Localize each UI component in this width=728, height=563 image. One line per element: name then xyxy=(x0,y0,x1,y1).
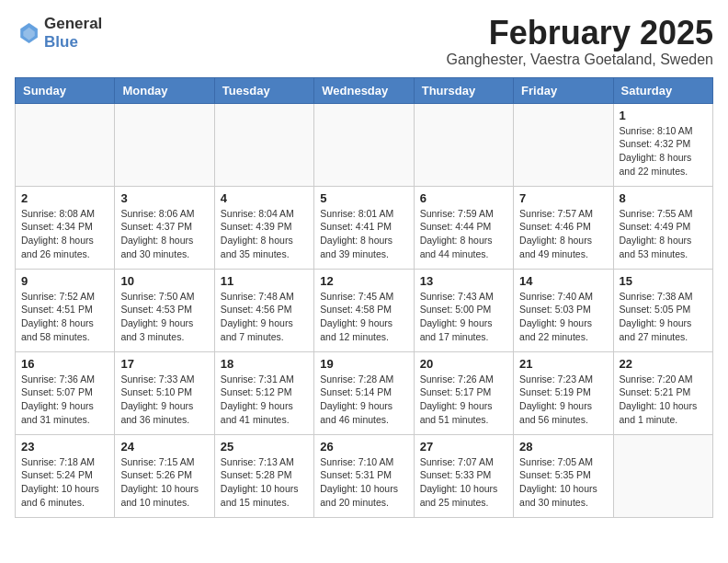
day-number: 13 xyxy=(420,274,507,288)
calendar-cell: 24Sunrise: 7:15 AMSunset: 5:26 PMDayligh… xyxy=(115,434,214,517)
calendar-cell: 27Sunrise: 7:07 AMSunset: 5:33 PMDayligh… xyxy=(414,434,513,517)
title-area: February 2025 Ganghester, Vaestra Goetal… xyxy=(446,15,713,68)
calendar-cell: 20Sunrise: 7:26 AMSunset: 5:17 PMDayligh… xyxy=(414,351,513,434)
calendar-cell xyxy=(314,103,414,186)
day-number: 3 xyxy=(120,191,208,205)
day-info: Sunrise: 7:28 AMSunset: 5:14 PMDaylight:… xyxy=(320,373,407,427)
day-number: 18 xyxy=(221,357,308,371)
day-info: Sunrise: 8:06 AMSunset: 4:37 PMDaylight:… xyxy=(120,207,208,261)
day-info: Sunrise: 7:59 AMSunset: 4:44 PMDaylight:… xyxy=(420,207,507,261)
month-title: February 2025 xyxy=(446,15,713,52)
calendar-body: 1Sunrise: 8:10 AMSunset: 4:32 PMDaylight… xyxy=(16,103,713,517)
weekday-header-wednesday: Wednesday xyxy=(314,77,414,103)
calendar-cell: 13Sunrise: 7:43 AMSunset: 5:00 PMDayligh… xyxy=(414,269,513,351)
day-number: 4 xyxy=(221,191,308,205)
day-info: Sunrise: 7:26 AMSunset: 5:17 PMDaylight:… xyxy=(420,373,507,427)
day-info: Sunrise: 7:07 AMSunset: 5:33 PMDaylight:… xyxy=(420,455,507,510)
day-info: Sunrise: 7:38 AMSunset: 5:05 PMDaylight:… xyxy=(620,290,707,344)
day-info: Sunrise: 8:08 AMSunset: 4:34 PMDaylight:… xyxy=(21,207,108,261)
day-info: Sunrise: 7:23 AMSunset: 5:19 PMDaylight:… xyxy=(519,373,607,427)
day-info: Sunrise: 7:05 AMSunset: 5:35 PMDaylight:… xyxy=(519,455,607,510)
day-info: Sunrise: 7:20 AMSunset: 5:21 PMDaylight:… xyxy=(620,373,707,427)
calendar-cell xyxy=(613,434,712,517)
calendar-cell: 15Sunrise: 7:38 AMSunset: 5:05 PMDayligh… xyxy=(613,269,712,351)
calendar-cell xyxy=(16,103,115,186)
calendar-cell: 3Sunrise: 8:06 AMSunset: 4:37 PMDaylight… xyxy=(115,186,214,269)
logo-text: General Blue xyxy=(44,15,102,51)
page-header: General Blue February 2025 Ganghester, V… xyxy=(15,15,713,68)
day-info: Sunrise: 7:57 AMSunset: 4:46 PMDaylight:… xyxy=(519,207,607,261)
week-row-4: 23Sunrise: 7:18 AMSunset: 5:24 PMDayligh… xyxy=(16,434,713,517)
day-number: 17 xyxy=(120,357,208,371)
calendar-cell: 8Sunrise: 7:55 AMSunset: 4:49 PMDaylight… xyxy=(613,186,712,269)
day-number: 16 xyxy=(21,357,108,371)
calendar-cell xyxy=(514,103,613,186)
day-info: Sunrise: 7:52 AMSunset: 4:51 PMDaylight:… xyxy=(21,290,108,344)
calendar-cell: 26Sunrise: 7:10 AMSunset: 5:31 PMDayligh… xyxy=(314,434,414,517)
day-info: Sunrise: 7:10 AMSunset: 5:31 PMDaylight:… xyxy=(320,455,407,510)
calendar-cell: 19Sunrise: 7:28 AMSunset: 5:14 PMDayligh… xyxy=(314,351,414,434)
day-info: Sunrise: 7:55 AMSunset: 4:49 PMDaylight:… xyxy=(620,207,707,261)
weekday-header-friday: Friday xyxy=(514,77,613,103)
calendar-cell: 22Sunrise: 7:20 AMSunset: 5:21 PMDayligh… xyxy=(613,351,712,434)
calendar-cell xyxy=(414,103,513,186)
weekday-header-saturday: Saturday xyxy=(613,77,712,103)
calendar-cell: 16Sunrise: 7:36 AMSunset: 5:07 PMDayligh… xyxy=(16,351,115,434)
day-info: Sunrise: 7:36 AMSunset: 5:07 PMDaylight:… xyxy=(21,373,108,427)
day-info: Sunrise: 7:31 AMSunset: 5:12 PMDaylight:… xyxy=(221,373,308,427)
day-info: Sunrise: 7:43 AMSunset: 5:00 PMDaylight:… xyxy=(420,290,507,344)
day-number: 6 xyxy=(420,191,507,205)
day-number: 8 xyxy=(620,191,707,205)
day-number: 11 xyxy=(221,274,308,288)
day-info: Sunrise: 8:01 AMSunset: 4:41 PMDaylight:… xyxy=(320,207,407,261)
calendar-cell xyxy=(214,103,313,186)
weekday-header-thursday: Thursday xyxy=(414,77,513,103)
day-number: 22 xyxy=(620,357,707,371)
day-number: 19 xyxy=(320,357,407,371)
location-subtitle: Ganghester, Vaestra Goetaland, Sweden xyxy=(446,52,713,68)
calendar-cell: 1Sunrise: 8:10 AMSunset: 4:32 PMDaylight… xyxy=(613,103,712,186)
calendar-cell: 10Sunrise: 7:50 AMSunset: 4:53 PMDayligh… xyxy=(115,269,214,351)
day-info: Sunrise: 8:04 AMSunset: 4:39 PMDaylight:… xyxy=(221,207,308,261)
week-row-0: 1Sunrise: 8:10 AMSunset: 4:32 PMDaylight… xyxy=(16,103,713,186)
weekday-header-row: SundayMondayTuesdayWednesdayThursdayFrid… xyxy=(16,77,713,103)
calendar-cell: 28Sunrise: 7:05 AMSunset: 5:35 PMDayligh… xyxy=(514,434,613,517)
day-number: 21 xyxy=(519,357,607,371)
day-number: 5 xyxy=(320,191,407,205)
day-info: Sunrise: 7:50 AMSunset: 4:53 PMDaylight:… xyxy=(120,290,208,344)
week-row-3: 16Sunrise: 7:36 AMSunset: 5:07 PMDayligh… xyxy=(16,351,713,434)
day-number: 25 xyxy=(221,440,308,454)
day-info: Sunrise: 7:48 AMSunset: 4:56 PMDaylight:… xyxy=(221,290,308,344)
day-info: Sunrise: 7:18 AMSunset: 5:24 PMDaylight:… xyxy=(21,455,108,510)
calendar-cell xyxy=(115,103,214,186)
calendar-cell: 18Sunrise: 7:31 AMSunset: 5:12 PMDayligh… xyxy=(214,351,313,434)
calendar-cell: 14Sunrise: 7:40 AMSunset: 5:03 PMDayligh… xyxy=(514,269,613,351)
day-number: 20 xyxy=(420,357,507,371)
calendar-cell: 21Sunrise: 7:23 AMSunset: 5:19 PMDayligh… xyxy=(514,351,613,434)
calendar-cell: 23Sunrise: 7:18 AMSunset: 5:24 PMDayligh… xyxy=(16,434,115,517)
day-number: 14 xyxy=(519,274,607,288)
day-number: 27 xyxy=(420,440,507,454)
calendar-table: SundayMondayTuesdayWednesdayThursdayFrid… xyxy=(15,77,713,518)
week-row-1: 2Sunrise: 8:08 AMSunset: 4:34 PMDaylight… xyxy=(16,186,713,269)
day-number: 23 xyxy=(21,440,108,454)
day-number: 24 xyxy=(120,440,208,454)
weekday-header-tuesday: Tuesday xyxy=(214,77,313,103)
day-info: Sunrise: 7:40 AMSunset: 5:03 PMDaylight:… xyxy=(519,290,607,344)
day-number: 15 xyxy=(620,274,707,288)
calendar-cell: 5Sunrise: 8:01 AMSunset: 4:41 PMDaylight… xyxy=(314,186,414,269)
day-info: Sunrise: 7:33 AMSunset: 5:10 PMDaylight:… xyxy=(120,373,208,427)
day-number: 2 xyxy=(21,191,108,205)
calendar-cell: 11Sunrise: 7:48 AMSunset: 4:56 PMDayligh… xyxy=(214,269,313,351)
day-number: 7 xyxy=(519,191,607,205)
calendar-cell: 7Sunrise: 7:57 AMSunset: 4:46 PMDaylight… xyxy=(514,186,613,269)
calendar-cell: 6Sunrise: 7:59 AMSunset: 4:44 PMDaylight… xyxy=(414,186,513,269)
day-info: Sunrise: 7:13 AMSunset: 5:28 PMDaylight:… xyxy=(221,455,308,510)
day-info: Sunrise: 7:45 AMSunset: 4:58 PMDaylight:… xyxy=(320,290,407,344)
calendar-cell: 2Sunrise: 8:08 AMSunset: 4:34 PMDaylight… xyxy=(16,186,115,269)
calendar-cell: 25Sunrise: 7:13 AMSunset: 5:28 PMDayligh… xyxy=(214,434,313,517)
day-number: 9 xyxy=(21,274,108,288)
day-number: 1 xyxy=(620,109,707,122)
weekday-header-monday: Monday xyxy=(115,77,214,103)
day-number: 12 xyxy=(320,274,407,288)
